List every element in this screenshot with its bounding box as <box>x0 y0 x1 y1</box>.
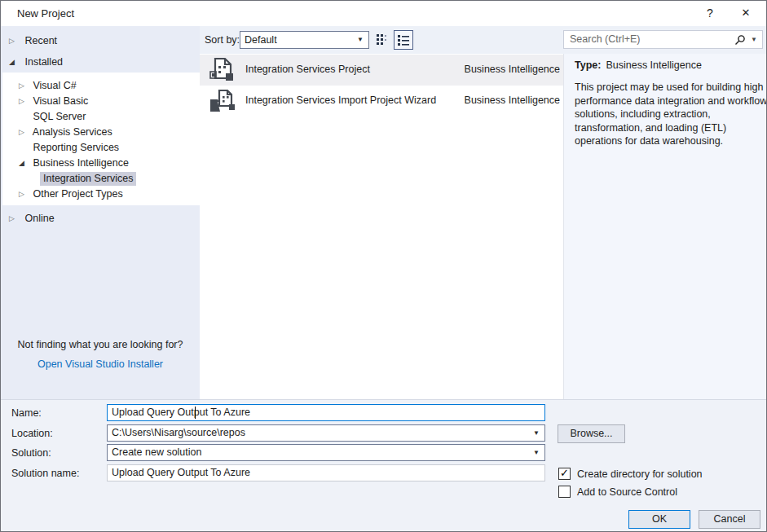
chevron-expanded-icon[interactable] <box>19 155 29 172</box>
create-directory-checkbox[interactable]: ✓ <box>558 468 571 480</box>
sidebar-item-label: Visual Basic <box>33 95 88 107</box>
new-project-dialog: New Project ? ✕ Recent Installed Visual … <box>0 0 767 532</box>
search-icon[interactable] <box>734 34 746 46</box>
installer-footer: Not finding what you are looking for? Op… <box>1 339 200 370</box>
solution-name-input[interactable]: Upload Query Output To Azure <box>107 464 545 481</box>
sort-by-dropdown[interactable]: Default ▼ <box>240 31 369 49</box>
chevron-down-icon: ▼ <box>357 32 364 48</box>
sidebar-item-integration-services[interactable]: Integration Services <box>1 170 200 187</box>
ok-button[interactable]: OK <box>628 510 690 529</box>
search-options-chevron-icon[interactable]: ▼ <box>751 33 757 47</box>
template-category: Business Intelligence <box>465 64 560 75</box>
chevron-right-icon[interactable] <box>19 124 29 141</box>
chevron-right-icon[interactable] <box>19 77 29 95</box>
source-control-option[interactable]: ✓ Add to Source Control <box>558 486 677 499</box>
grid-view-icon <box>377 34 388 46</box>
solution-dropdown[interactable]: Create new solution ▼ <box>107 444 545 461</box>
close-button[interactable]: ✕ <box>732 1 760 25</box>
chevron-right-icon[interactable] <box>9 210 19 227</box>
template-name: Integration Services Import Project Wiza… <box>245 95 436 106</box>
sidebar-item-reporting-services[interactable]: Reporting Services <box>1 139 200 156</box>
project-config-form: Name: Location: Solution: Solution name:… <box>1 399 766 531</box>
search-placeholder: Search (Ctrl+E) <box>570 33 640 45</box>
sort-by-value: Default <box>245 34 277 46</box>
sidebar-item-label-selected: Integration Services <box>40 172 136 186</box>
list-view-icon <box>398 34 409 46</box>
create-directory-option[interactable]: ✓ Create directory for solution <box>558 468 703 481</box>
template-row-import-project-wizard[interactable]: Integration Services Import Project Wiza… <box>200 86 563 117</box>
small-icons-view-button[interactable] <box>372 30 392 50</box>
sidebar-item-installed[interactable]: Installed <box>1 54 200 70</box>
location-dropdown[interactable]: C:\Users\Nisarg\source\repos ▼ <box>107 424 545 442</box>
name-value: Upload Query Output To Azure <box>112 407 250 418</box>
sidebar-item-label: Visual C# <box>33 80 76 91</box>
source-control-label: Add to Source Control <box>577 486 677 498</box>
sidebar-item-label: Online <box>24 213 54 224</box>
name-label: Name: <box>11 405 42 422</box>
help-button[interactable]: ? <box>696 1 724 25</box>
project-template-list: Integration Services Project Business In… <box>200 54 563 399</box>
sidebar-item-label: Analysis Services <box>33 126 112 138</box>
not-finding-text: Not finding what you are looking for? <box>1 339 200 350</box>
solution-label: Solution: <box>11 445 51 462</box>
chevron-right-icon[interactable] <box>9 33 19 50</box>
open-installer-link[interactable]: Open Visual Studio Installer <box>1 358 200 370</box>
solution-name-value: Upload Query Output To Azure <box>112 467 250 478</box>
sidebar-item-label: Installed <box>24 56 63 68</box>
sidebar-item-label: Recent <box>24 35 57 46</box>
template-tree-panel: Recent Installed Visual C# Visual Basic … <box>1 26 200 399</box>
solution-value: Create new solution <box>112 446 201 458</box>
sidebar-item-visual-csharp[interactable]: Visual C# <box>1 77 200 94</box>
sidebar-item-label: SQL Server <box>33 111 86 122</box>
checkmark-icon: ✓ <box>560 467 569 480</box>
template-name: Integration Services Project <box>245 64 370 75</box>
location-label: Location: <box>11 425 53 442</box>
import-project-wizard-icon <box>208 88 236 114</box>
source-control-checkbox[interactable]: ✓ <box>558 486 571 498</box>
solution-name-label: Solution name: <box>11 465 79 482</box>
search-input[interactable]: Search (Ctrl+E) ▼ <box>563 30 763 49</box>
sidebar-item-label: Business Intelligence <box>33 157 128 169</box>
sidebar-item-label: Reporting Services <box>33 142 119 153</box>
type-value: Business Intelligence <box>606 59 701 71</box>
chevron-down-icon: ▼ <box>533 445 540 460</box>
sidebar-item-analysis-services[interactable]: Analysis Services <box>1 124 200 140</box>
template-type-line: Type:Business Intelligence <box>575 59 702 71</box>
dialog-title: New Project <box>17 7 74 20</box>
name-input[interactable]: Upload Query Output To Azure <box>107 404 545 421</box>
chevron-right-icon[interactable] <box>19 186 29 203</box>
sidebar-item-business-intelligence[interactable]: Business Intelligence <box>1 155 200 171</box>
chevron-expanded-icon[interactable] <box>9 54 19 71</box>
browse-button[interactable]: Browse... <box>558 424 625 443</box>
sidebar-item-online[interactable]: Online <box>1 210 200 226</box>
type-label: Type: <box>575 59 601 71</box>
template-category: Business Intelligence <box>465 95 560 106</box>
text-caret <box>195 407 196 419</box>
titlebar[interactable]: New Project ? ✕ <box>1 1 766 26</box>
create-directory-label: Create directory for solution <box>577 468 703 480</box>
sidebar-item-recent[interactable]: Recent <box>1 33 200 49</box>
cancel-button[interactable]: Cancel <box>699 510 760 529</box>
sort-by-label: Sort by: <box>205 34 240 46</box>
sidebar-item-other-project-types[interactable]: Other Project Types <box>1 186 200 202</box>
chevron-down-icon: ▼ <box>533 425 540 441</box>
template-details-panel: Type:Business Intelligence This project … <box>563 54 766 399</box>
location-value: C:\Users\Nisarg\source\repos <box>112 427 245 438</box>
chevron-right-icon[interactable] <box>19 93 29 110</box>
template-description: This project may be used for building hi… <box>575 81 767 148</box>
integration-services-project-icon <box>208 57 236 83</box>
list-view-button[interactable] <box>394 30 413 50</box>
sidebar-item-visual-basic[interactable]: Visual Basic <box>1 93 200 109</box>
template-row-integration-services-project[interactable]: Integration Services Project Business In… <box>200 55 563 86</box>
sidebar-item-label: Other Project Types <box>33 188 122 200</box>
sidebar-item-sql-server[interactable]: SQL Server <box>1 108 200 125</box>
